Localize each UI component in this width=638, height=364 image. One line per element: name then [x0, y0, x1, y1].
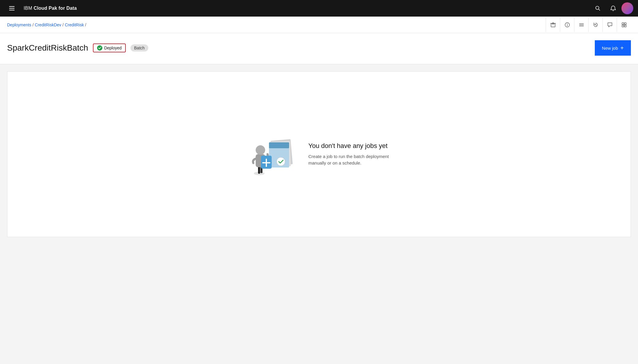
app-title: IBM Cloud Pak for Data [24, 6, 77, 11]
history-icon [593, 22, 598, 28]
breadcrumb: Deployments / CreditRiskDev / CreditRisk… [7, 22, 86, 27]
trash-icon [550, 22, 556, 28]
svg-rect-15 [622, 23, 624, 25]
empty-state-heading: You don't have any jobs yet [308, 142, 397, 150]
breadcrumb-creditriskdev[interactable]: CreditRiskDev [35, 22, 61, 27]
hamburger-menu-button[interactable] [5, 1, 19, 15]
page-header: SparkCreditRiskBatch Deployed Batch New … [0, 33, 638, 64]
info-icon [565, 22, 570, 28]
breadcrumb-creditrisk[interactable]: CreditRisk [65, 22, 84, 27]
empty-state-text: You don't have any jobs yet Create a job… [308, 142, 397, 167]
new-job-button[interactable]: New job + [595, 40, 631, 56]
empty-state-description: Create a job to run the batch deployment… [308, 153, 397, 167]
empty-state-inner: You don't have any jobs yet Create a job… [241, 128, 397, 181]
breadcrumb-sep-3: / [85, 22, 86, 27]
breadcrumb-sep-1: / [33, 22, 34, 27]
delete-button[interactable] [546, 18, 560, 32]
svg-rect-17 [622, 25, 624, 27]
settings-icon [579, 22, 584, 28]
breadcrumb-actions [546, 18, 631, 32]
hamburger-icon [8, 5, 16, 12]
bell-icon [610, 5, 616, 11]
deployed-label: Deployed [104, 46, 122, 50]
svg-line-14 [596, 25, 597, 26]
new-job-plus-icon: + [620, 45, 624, 51]
svg-rect-22 [269, 142, 289, 148]
svg-point-0 [596, 6, 599, 9]
user-avatar[interactable] [621, 2, 633, 14]
empty-state-card: You don't have any jobs yet Create a job… [7, 71, 631, 237]
top-navigation: IBM Cloud Pak for Data [0, 0, 638, 17]
new-job-label: New job [602, 46, 618, 51]
chat-icon [607, 22, 613, 28]
breadcrumb-bar: Deployments / CreditRiskDev / CreditRisk… [0, 17, 638, 33]
breadcrumb-deployments[interactable]: Deployments [7, 22, 31, 27]
top-nav-right [591, 1, 633, 15]
top-nav-left: IBM Cloud Pak for Data [5, 1, 77, 15]
grid-icon [621, 22, 627, 28]
batch-badge: Batch [130, 44, 148, 51]
svg-rect-16 [624, 23, 626, 25]
history-button[interactable] [588, 18, 602, 32]
notifications-button[interactable] [606, 1, 620, 15]
svg-line-1 [599, 9, 600, 11]
grid-view-button[interactable] [617, 18, 631, 32]
chat-button[interactable] [602, 18, 617, 32]
svg-point-23 [277, 157, 285, 166]
info-button[interactable] [560, 18, 574, 32]
breadcrumb-sep-2: / [62, 22, 64, 27]
empty-state-illustration [241, 128, 294, 181]
search-icon [595, 5, 601, 11]
deployed-badge: Deployed [93, 44, 126, 52]
settings-button[interactable] [574, 18, 588, 32]
page-title: SparkCreditRiskBatch [7, 43, 88, 53]
svg-point-9 [567, 23, 568, 24]
page-header-left: SparkCreditRiskBatch Deployed Batch [7, 43, 148, 53]
main-content: You don't have any jobs yet Create a job… [0, 64, 638, 364]
svg-rect-18 [624, 25, 626, 27]
svg-point-28 [256, 145, 265, 155]
search-button[interactable] [591, 1, 605, 15]
deployed-check-icon [97, 45, 102, 51]
